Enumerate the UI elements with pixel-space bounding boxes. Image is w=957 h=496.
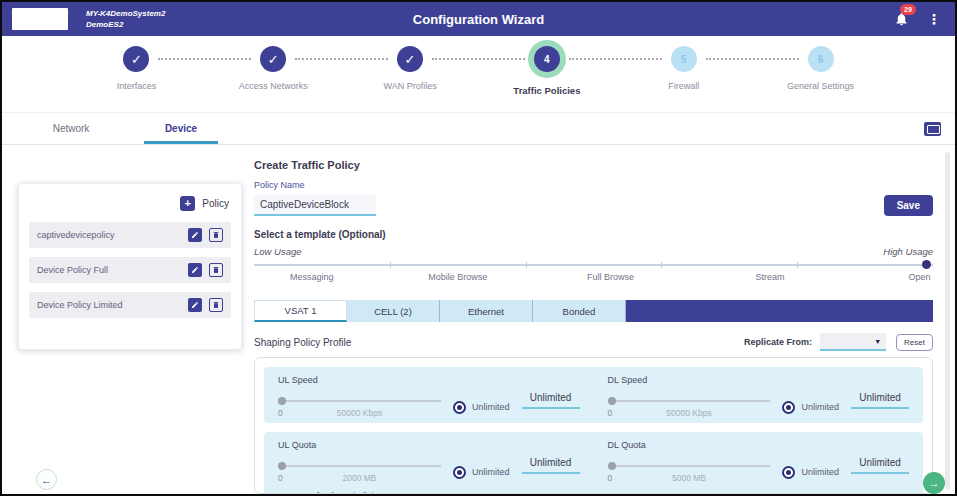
add-policy-button[interactable]: + Policy [29, 192, 231, 222]
slider-thumb[interactable] [278, 462, 286, 470]
tab-cell[interactable]: CELL (2) [347, 300, 440, 322]
ul-quota-controls: 0 2000 MB Unlimited Unlimited [278, 462, 580, 482]
dl-quota-label: DL Quota [608, 440, 910, 450]
folder-icon[interactable] [924, 122, 941, 136]
back-button[interactable]: ← [36, 469, 57, 490]
tab-bonded[interactable]: Bonded [533, 300, 626, 322]
quota-refresh-periodicity-label: Quota Refresh Periodicity [278, 491, 909, 494]
low-usage-label: Low Usage [254, 246, 302, 257]
step-interfaces[interactable]: ✓ Interfaces [68, 46, 205, 112]
create-policy-form: Create Traffic Policy Policy Name Save S… [254, 145, 933, 496]
add-policy-label: Policy [202, 198, 229, 209]
unlimited-radio-label: Unlimited [472, 467, 510, 477]
template-section-label: Select a template (Optional) [254, 229, 933, 240]
step-access-networks[interactable]: ✓ Access Networks [205, 46, 342, 112]
plus-icon: + [180, 196, 195, 211]
step-firewall[interactable]: 5 Firewall [615, 46, 752, 112]
dl-speed-unlimited-radio[interactable] [782, 401, 795, 414]
delete-trash-icon[interactable] [209, 228, 223, 242]
template-slider[interactable] [254, 260, 933, 270]
edit-pencil-icon[interactable] [188, 263, 202, 277]
policy-name-input[interactable] [254, 195, 376, 216]
step-active-number: 4 [534, 46, 560, 72]
tab-vsat-1[interactable]: VSAT 1 [254, 300, 347, 322]
next-button[interactable]: → [923, 472, 945, 494]
policy-name: captivedevicepolicy [37, 230, 181, 240]
policy-name-row: Policy Name Save [254, 180, 933, 216]
edit-pencil-icon[interactable] [188, 298, 202, 312]
slider-tick [526, 262, 527, 268]
tab-ethernet[interactable]: Ethernet [440, 300, 533, 322]
topbar-actions: 29 ⋮ [894, 11, 941, 27]
app-window: MY-K4DemoSystem2 DemoES2 Configuration W… [0, 0, 957, 496]
step-label: Traffic Policies [513, 85, 580, 96]
dl-quota-group: DL Quota 0 5000 MB Unlimited Unlimited [608, 440, 910, 482]
delete-trash-icon[interactable] [209, 263, 223, 277]
template-stop-mobile-browse[interactable]: Mobile Browse [428, 272, 487, 282]
tab-device[interactable]: Device [126, 113, 236, 144]
kebab-menu-icon[interactable]: ⋮ [927, 11, 941, 27]
ul-quota-unlimited-radio[interactable] [453, 466, 466, 479]
interface-tab-bar: VSAT 1 CELL (2) Ethernet Bonded [254, 300, 933, 322]
unlimited-radio-label: Unlimited [472, 402, 510, 412]
delete-trash-icon[interactable] [209, 298, 223, 312]
ul-speed-slider[interactable]: 0 50000 Kbps [278, 397, 441, 417]
chevron-down-icon: ▼ [874, 338, 881, 345]
edit-pencil-icon[interactable] [188, 228, 202, 242]
wizard-stepper: ✓ Interfaces ✓ Access Networks ✓ WAN Pro… [2, 36, 955, 112]
template-stop-open[interactable]: Open [908, 272, 930, 282]
ul-quota-group: UL Quota 0 2000 MB Unlimited Unlimited [278, 440, 580, 482]
replicate-from-label: Replicate From: [744, 337, 812, 347]
shaping-header-row: Shaping Policy Profile Replicate From: ▼… [254, 333, 933, 351]
tab-network[interactable]: Network [16, 113, 126, 144]
slider-thumb[interactable] [608, 397, 616, 405]
ul-speed-unlimited-radio[interactable] [453, 401, 466, 414]
slider-max-value: 2000 MB [278, 473, 441, 483]
reset-button[interactable]: Reset [896, 334, 933, 351]
policy-list-item[interactable]: Device Policy Limited [29, 292, 231, 318]
dl-quota-controls: 0 5000 MB Unlimited Unlimited [608, 462, 910, 482]
ul-speed-label: UL Speed [278, 375, 580, 385]
step-traffic-policies[interactable]: 4 Traffic Policies [478, 46, 615, 112]
dl-quota-unlimited-radio[interactable] [782, 466, 795, 479]
tab-bar-filler [626, 300, 933, 322]
high-usage-label: High Usage [883, 246, 933, 257]
step-wan-profiles[interactable]: ✓ WAN Profiles [342, 46, 479, 112]
system-subname: DemoES2 [86, 19, 165, 30]
template-stop-full-browse[interactable]: Full Browse [587, 272, 634, 282]
policy-name-label: Policy Name [254, 180, 376, 190]
slider-track [278, 400, 441, 402]
notifications-bell-icon[interactable]: 29 [894, 11, 909, 27]
step-general-settings[interactable]: 6 General Settings [752, 46, 889, 112]
save-button[interactable]: Save [884, 195, 933, 216]
shaping-cards-container: UL Speed 0 50000 Kbps Unlimited Unlimite… [254, 357, 933, 494]
policy-name-block: Policy Name [254, 180, 376, 216]
policy-name: Device Policy Limited [37, 300, 181, 310]
dl-speed-value-field[interactable]: Unlimited [851, 392, 909, 409]
step-completed-check-icon: ✓ [123, 46, 149, 72]
content-area: + Policy captivedevicepolicy Device Poli… [2, 145, 955, 496]
slider-tick [390, 262, 391, 268]
shaping-title: Shaping Policy Profile [254, 337, 351, 348]
ul-speed-value-field[interactable]: Unlimited [522, 392, 580, 409]
template-stop-messaging[interactable]: Messaging [290, 272, 334, 282]
step-label: Interfaces [117, 81, 157, 91]
ul-quota-value-field[interactable]: Unlimited [522, 457, 580, 474]
template-slider-thumb[interactable] [922, 260, 931, 269]
replicate-from-select[interactable]: ▼ [820, 333, 886, 351]
template-stop-stream[interactable]: Stream [756, 272, 785, 282]
ul-quota-slider[interactable]: 0 2000 MB [278, 462, 441, 482]
dl-speed-label: DL Speed [608, 375, 910, 385]
template-range-labels: Low Usage High Usage [254, 246, 933, 257]
policy-list-item[interactable]: Device Policy Full [29, 257, 231, 283]
slider-thumb[interactable] [278, 397, 286, 405]
dl-quota-slider[interactable]: 0 5000 MB [608, 462, 771, 482]
vertical-scrollbar[interactable] [945, 152, 950, 490]
policy-list-item[interactable]: captivedevicepolicy [29, 222, 231, 248]
dl-quota-value-field[interactable]: Unlimited [851, 457, 909, 474]
notification-count-badge: 29 [900, 4, 916, 15]
dl-speed-slider[interactable]: 0 50000 Kbps [608, 397, 771, 417]
slider-tick [797, 262, 798, 268]
step-upcoming-number: 6 [808, 46, 834, 72]
slider-thumb[interactable] [608, 462, 616, 470]
